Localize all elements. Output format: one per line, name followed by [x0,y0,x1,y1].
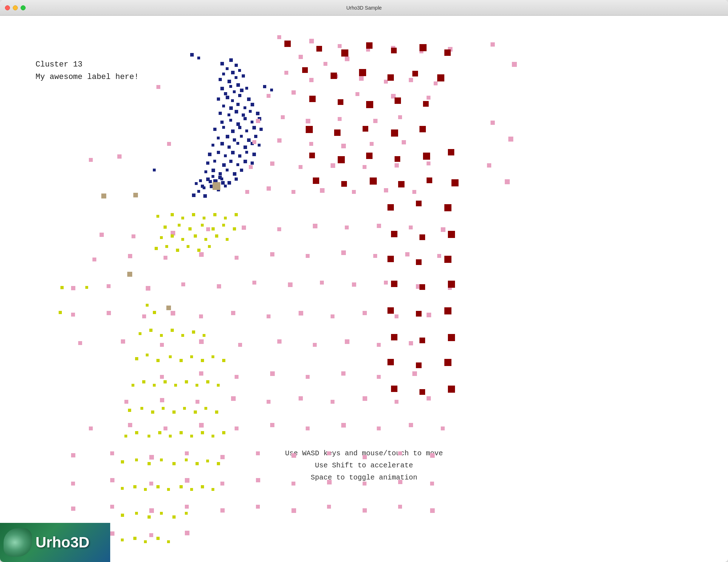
svg-rect-170 [128,254,132,258]
svg-rect-129 [281,115,285,119]
svg-rect-339 [156,215,159,218]
svg-rect-95 [192,193,196,197]
svg-rect-410 [169,435,172,438]
close-button[interactable] [5,5,10,10]
svg-rect-377 [192,330,195,334]
svg-rect-370 [146,304,149,307]
svg-rect-54 [220,142,224,145]
svg-rect-39 [258,117,261,121]
svg-rect-319 [419,234,425,240]
svg-rect-363 [176,249,179,252]
svg-rect-374 [160,334,163,337]
svg-rect-385 [201,359,204,362]
svg-rect-443 [156,537,160,540]
svg-rect-240 [377,426,381,430]
svg-rect-210 [313,343,317,347]
svg-rect-152 [384,188,388,192]
svg-rect-122 [434,81,438,85]
svg-rect-29 [228,113,230,116]
svg-rect-15 [233,90,236,93]
svg-rect-375 [171,329,174,332]
maximize-button[interactable] [21,5,26,10]
svg-rect-268 [185,505,189,509]
svg-rect-348 [178,224,181,227]
svg-rect-242 [441,426,445,430]
svg-rect-360 [226,238,229,241]
svg-rect-389 [142,380,145,383]
svg-rect-327 [387,307,394,314]
svg-rect-62 [224,154,227,157]
svg-rect-16 [240,89,243,92]
svg-rect-42 [231,129,235,133]
svg-rect-118 [334,74,338,78]
svg-rect-184 [217,284,221,288]
svg-rect-205 [121,339,125,344]
svg-rect-329 [444,307,451,314]
minimize-button[interactable] [13,5,18,10]
svg-rect-238 [306,426,310,430]
svg-rect-183 [181,282,185,286]
svg-rect-295 [366,101,373,108]
logo-fish-image [4,528,32,557]
svg-rect-188 [352,282,356,287]
svg-rect-97 [218,176,222,179]
svg-rect-182 [146,286,150,291]
svg-rect-63 [231,151,235,154]
svg-rect-388 [132,384,134,387]
svg-rect-134 [252,140,256,144]
svg-rect-271 [291,508,296,513]
titlebar: Urho3D Sample [0,0,728,16]
svg-rect-288 [331,73,337,79]
svg-rect-244 [110,451,114,455]
svg-rect-213 [409,341,413,345]
svg-rect-332 [448,334,455,341]
svg-rect-125 [355,92,359,96]
svg-rect-453 [508,137,513,142]
svg-rect-356 [181,238,184,241]
svg-rect-227 [299,396,303,401]
svg-rect-215 [199,371,203,376]
svg-rect-367 [60,286,64,289]
svg-rect-51 [247,138,251,142]
svg-rect-17 [245,87,248,90]
svg-rect-139 [402,140,406,144]
svg-rect-85 [235,177,238,181]
svg-rect-94 [153,169,156,171]
svg-rect-71 [236,163,239,166]
svg-rect-57 [243,145,247,149]
svg-rect-105 [203,194,207,198]
svg-rect-87 [210,185,213,188]
svg-rect-405 [215,410,218,414]
svg-rect-368 [85,286,88,289]
svg-rect-362 [165,245,168,248]
svg-rect-89 [224,185,227,187]
svg-rect-301 [391,129,398,137]
svg-rect-7 [219,78,222,81]
svg-rect-43 [238,126,241,129]
svg-rect-277 [110,531,114,536]
svg-rect-383 [180,359,183,362]
svg-rect-158 [100,233,104,237]
svg-rect-8 [228,80,231,83]
svg-rect-91 [197,57,200,59]
svg-rect-325 [419,284,425,290]
canvas-area[interactable]: Cluster 13 My awesome label here! Use WA… [0,16,728,562]
svg-rect-186 [288,282,293,287]
svg-rect-44 [245,129,248,132]
svg-rect-429 [167,488,170,491]
svg-rect-189 [384,281,388,285]
svg-rect-259 [256,478,260,482]
svg-rect-175 [306,254,310,258]
svg-rect-81 [206,177,210,181]
svg-rect-61 [217,151,220,154]
svg-rect-173 [235,256,239,260]
svg-rect-418 [148,462,151,465]
svg-rect-318 [391,231,397,237]
svg-rect-76 [219,172,222,175]
svg-rect-247 [220,455,225,459]
svg-rect-361 [155,247,158,250]
svg-rect-349 [188,227,192,230]
svg-rect-198 [267,314,271,318]
svg-rect-75 [212,169,215,172]
svg-rect-414 [212,435,214,438]
